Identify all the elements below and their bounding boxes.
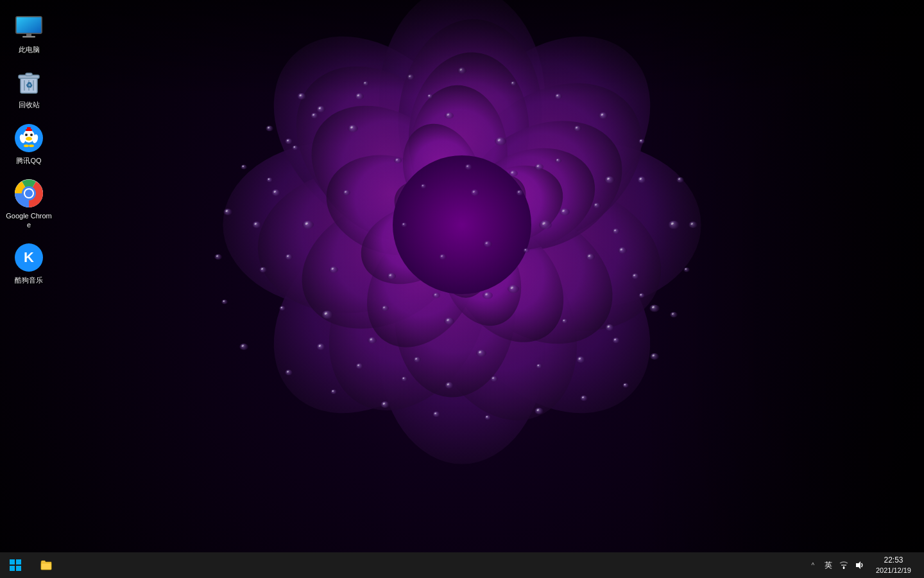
desktop-icons: 此电脑 ♻ 回收站 [0,0,58,552]
svg-point-18 [24,144,29,147]
desktop-icon-computer[interactable]: 此电脑 [3,6,55,59]
folder-icon [40,559,53,572]
qq-icon-label: 腾讯QQ [16,156,41,165]
svg-rect-32 [16,566,21,571]
desktop-icon-qq[interactable]: 腾讯QQ [3,118,55,170]
qq-icon [14,123,44,153]
svg-point-35 [843,567,844,569]
desktop-icon-kugou[interactable]: K 酷狗音乐 [3,237,55,290]
svg-point-26 [25,189,33,197]
clock-time: 22:53 [884,555,903,566]
recycle-icon-label: 回收站 [19,100,40,109]
clock-date: 2021/12/19 [876,566,911,575]
chrome-icon-label: Google Chrome [6,211,52,230]
svg-point-15 [26,137,32,141]
desktop-icon-recycle[interactable]: ♻ 回收站 [3,62,55,114]
taskbar: ^ 英 22:53 2021/12/19 [0,552,924,578]
svg-rect-1 [16,17,42,33]
svg-rect-3 [22,36,35,38]
chrome-icon [14,179,44,208]
svg-point-14 [30,134,33,136]
svg-text:K: K [24,249,34,265]
computer-icon [13,12,44,42]
network-icon[interactable] [837,559,850,572]
svg-rect-21 [27,127,31,130]
svg-point-19 [29,144,34,147]
windows-logo-icon [10,559,21,571]
svg-rect-34 [841,565,846,566]
desktop-icon-chrome[interactable]: Google Chrome [3,173,55,235]
sound-icon[interactable] [853,559,866,572]
show-hidden-icons-button[interactable]: ^ [807,552,819,578]
svg-rect-31 [10,566,15,571]
start-button[interactable] [0,552,31,578]
svg-point-13 [25,134,28,136]
computer-icon-label: 此电脑 [19,45,40,54]
clock[interactable]: 22:53 2021/12/19 [868,552,919,578]
language-indicator[interactable]: 英 [822,559,835,572]
svg-marker-36 [856,561,860,569]
taskbar-left [0,552,62,578]
recycle-bin-icon: ♻ [14,67,44,97]
svg-rect-29 [10,559,15,565]
svg-rect-6 [26,73,32,76]
kugou-icon-label: 酷狗音乐 [15,276,43,285]
file-explorer-button[interactable] [31,552,62,578]
kugou-icon: K [14,243,44,272]
svg-rect-30 [16,559,21,565]
system-tray: ^ 英 22:53 2021/12/19 [807,552,924,578]
svg-text:♻: ♻ [26,81,33,90]
